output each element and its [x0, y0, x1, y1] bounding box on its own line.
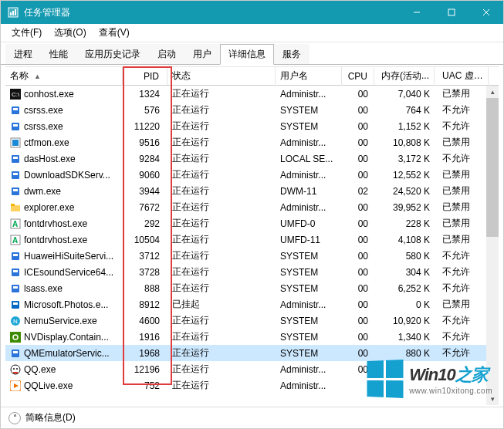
table-row[interactable]: Afontdrvhost.exe10504正在运行UMFD-11004,108 …: [5, 231, 499, 248]
svg-rect-17: [13, 157, 18, 159]
process-status: 正在运行: [167, 118, 276, 134]
svg-rect-1: [10, 12, 12, 15]
menu-options[interactable]: 选项(O): [48, 25, 92, 41]
process-status: 正在运行: [167, 248, 276, 264]
svg-text:A: A: [12, 220, 18, 228]
scroll-thumb[interactable]: [486, 98, 499, 237]
table-row[interactable]: QMEmulatorServic...1968正在运行SYSTEM00880 K…: [5, 345, 499, 361]
col-pid[interactable]: PID: [123, 68, 167, 85]
col-name[interactable]: 名称▲: [5, 66, 123, 86]
table-row[interactable]: dwm.exe3944正在运行DWM-110224,520 K已禁用: [5, 183, 499, 199]
col-status[interactable]: 状态: [167, 66, 276, 86]
process-name: conhost.exe: [24, 89, 74, 100]
maximize-button[interactable]: [434, 1, 468, 24]
process-uac: 不允许: [435, 312, 489, 329]
tab-1[interactable]: 性能: [41, 44, 76, 64]
process-user: Administr...: [276, 201, 342, 214]
process-cpu: 00: [342, 363, 374, 377]
table-row[interactable]: QQLive.exe752正在运行Administr...: [5, 377, 499, 394]
font-icon: A: [10, 235, 21, 245]
close-button[interactable]: [468, 1, 503, 24]
svg-rect-2: [12, 11, 14, 15]
process-mem: 3,172 K: [374, 152, 435, 166]
process-mem: 764 K: [374, 103, 435, 117]
tab-6[interactable]: 服务: [274, 44, 310, 64]
minimize-button[interactable]: [399, 1, 434, 24]
table-row[interactable]: Microsoft.Photos.e...8912已挂起Administr...…: [5, 296, 499, 312]
table-row[interactable]: csrss.exe576正在运行SYSTEM00764 K不允许: [5, 102, 499, 118]
process-cpu: 00: [342, 330, 374, 344]
menu-view[interactable]: 查看(V): [93, 25, 136, 41]
process-pid: 9516: [123, 136, 167, 150]
col-uac[interactable]: UAC 虚拟化: [435, 66, 489, 86]
table-row[interactable]: Afontdrvhost.exe292正在运行UMFD-000228 K已禁用: [5, 215, 499, 231]
svg-rect-3: [15, 9, 16, 15]
process-mem: 580 K: [374, 249, 435, 263]
menubar: 文件(F) 选项(O) 查看(V): [1, 24, 503, 42]
process-cpu: 00: [342, 282, 374, 296]
process-uac: [435, 368, 489, 371]
process-name: HuaweiHiSuiteServi...: [24, 251, 113, 262]
nvidia-icon: [10, 332, 21, 343]
font-icon: A: [10, 218, 21, 229]
process-pid: 888: [123, 282, 167, 296]
generic-icon: [10, 105, 21, 116]
process-status: 正在运行: [167, 377, 276, 394]
scroll-up-button[interactable]: ▴: [486, 86, 499, 98]
process-cpu: 02: [342, 184, 374, 198]
process-pid: 1916: [123, 330, 167, 344]
table-row[interactable]: QQ.exe12196正在运行Administr...00: [5, 361, 499, 377]
chevron-up-icon[interactable]: ˄: [8, 412, 21, 424]
process-pid: 4600: [123, 314, 167, 328]
tab-2[interactable]: 应用历史记录: [76, 44, 149, 64]
process-mem: 4,108 K: [374, 233, 435, 247]
titlebar: 任务管理器: [1, 1, 503, 24]
process-uac: 已禁用: [435, 134, 489, 150]
table-row[interactable]: lsass.exe888正在运行SYSTEM006,252 K不允许: [5, 280, 499, 296]
process-pid: 292: [123, 217, 167, 231]
process-mem: 1,340 K: [374, 330, 435, 344]
process-cpu: 00: [342, 249, 374, 263]
table-row[interactable]: DownloadSDKServ...9060正在运行Administr...00…: [5, 167, 499, 183]
process-uac: 不允许: [435, 345, 489, 361]
process-cpu: 00: [342, 168, 374, 182]
scroll-down-button[interactable]: ▾: [486, 393, 499, 405]
process-cpu: 00: [342, 265, 374, 279]
table-row[interactable]: ctfmon.exe9516正在运行Administr...0010,808 K…: [5, 134, 499, 150]
process-name: QQ.exe: [24, 364, 56, 375]
tab-3[interactable]: 启动: [149, 44, 184, 64]
vertical-scrollbar[interactable]: ▴ ▾: [486, 86, 499, 405]
table-row[interactable]: explorer.exe7672正在运行Administr...0039,952…: [5, 199, 499, 215]
generic-icon: [10, 348, 21, 359]
svg-rect-29: [13, 254, 18, 256]
col-mem[interactable]: 内存(活动...: [374, 66, 435, 86]
tab-4[interactable]: 用户: [184, 44, 220, 64]
brief-info-button[interactable]: 简略信息(D): [25, 411, 76, 424]
col-user[interactable]: 用户名: [276, 66, 342, 86]
process-pid: 1324: [123, 87, 167, 101]
svg-rect-21: [13, 189, 18, 191]
process-uac: 已禁用: [435, 86, 489, 102]
table-row[interactable]: C:\conhost.exe1324正在运行Administr...007,04…: [5, 86, 499, 102]
process-mem: 6,252 K: [374, 282, 435, 296]
process-status: 已挂起: [167, 296, 276, 312]
col-cpu[interactable]: CPU: [342, 68, 374, 85]
table-row[interactable]: dasHost.exe9284正在运行LOCAL SE...003,172 K不…: [5, 150, 499, 167]
process-name: Microsoft.Photos.e...: [24, 299, 108, 310]
process-pid: 3712: [123, 249, 167, 263]
table-row[interactable]: csrss.exe11220正在运行SYSTEM001,152 K不允许: [5, 118, 499, 134]
table-row[interactable]: NNemuService.exe4600正在运行SYSTEM0010,920 K…: [5, 312, 499, 329]
tab-0[interactable]: 进程: [5, 44, 41, 64]
process-status: 正在运行: [167, 345, 276, 361]
process-status: 正在运行: [167, 134, 276, 150]
process-cpu: 00: [342, 87, 374, 101]
tab-5[interactable]: 详细信息: [220, 44, 274, 65]
process-mem: 7,040 K: [374, 87, 435, 101]
table-row[interactable]: HuaweiHiSuiteServi...3712正在运行SYSTEM00580…: [5, 248, 499, 264]
menu-file[interactable]: 文件(F): [5, 25, 48, 41]
process-status: 正在运行: [167, 150, 276, 167]
table-row[interactable]: NVDisplay.Contain...1916正在运行SYSTEM001,34…: [5, 329, 499, 345]
process-mem: [374, 368, 435, 371]
process-status: 正在运行: [167, 199, 276, 215]
table-row[interactable]: ICEsoundService64...3728正在运行SYSTEM00304 …: [5, 264, 499, 280]
